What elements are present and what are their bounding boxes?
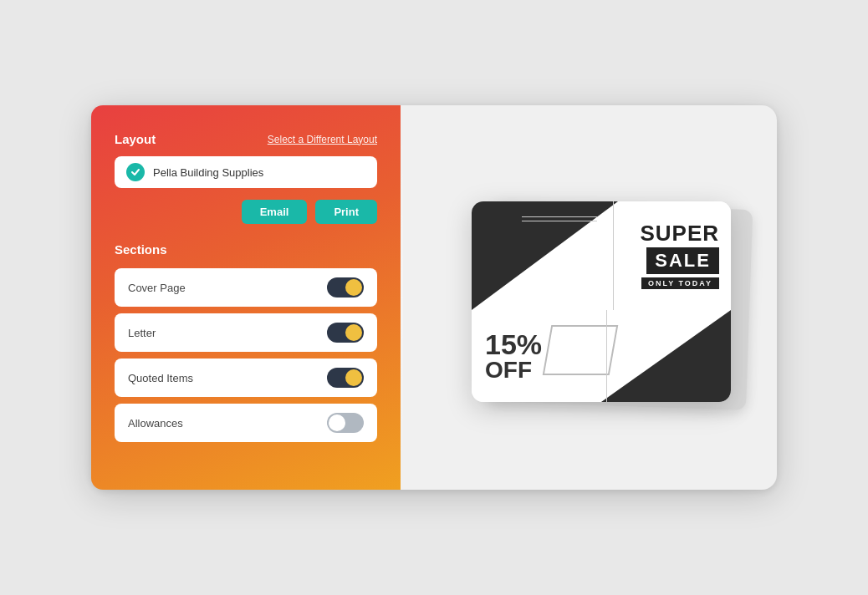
- layout-section-title: Layout: [115, 132, 156, 146]
- toggle-thumb-quoted-items: [345, 369, 362, 386]
- right-panel: SUPER SALE ONLY TODAY 15% OFF: [401, 105, 777, 490]
- flyer-line-2: [522, 221, 597, 221]
- email-button[interactable]: Email: [242, 200, 308, 224]
- toggle-thumb-cover-page: [345, 279, 362, 296]
- off-text: OFF: [485, 359, 542, 382]
- checkmark-icon: [126, 163, 145, 181]
- section-row-cover-page: Cover Page: [115, 268, 377, 307]
- section-label-cover-page: Cover Page: [128, 282, 186, 294]
- section-row-allowances: Allowances: [115, 404, 377, 442]
- section-label-letter: Letter: [128, 327, 156, 339]
- discount-percent: 15%: [485, 330, 542, 359]
- toggle-thumb-letter: [345, 324, 362, 341]
- selected-layout-text: Pella Building Supplies: [153, 166, 365, 179]
- main-card: Layout Select a Different Layout Pella B…: [91, 105, 777, 490]
- toggle-quoted-items[interactable]: [327, 368, 364, 388]
- only-today-badge: ONLY TODAY: [641, 277, 719, 289]
- toggle-thumb-allowances: [329, 414, 345, 431]
- section-label-allowances: Allowances: [128, 417, 183, 430]
- flyer-line-1: [522, 216, 597, 217]
- toggle-cover-page[interactable]: [327, 277, 364, 298]
- panel-divider: [401, 144, 403, 451]
- section-row-letter: Letter: [115, 313, 377, 352]
- discount-text-area: 15% OFF: [485, 330, 542, 382]
- left-panel: Layout Select a Different Layout Pella B…: [91, 105, 401, 490]
- print-button[interactable]: Print: [315, 200, 377, 224]
- layout-header: Layout Select a Different Layout: [115, 132, 377, 146]
- sale-badge: SALE: [646, 247, 719, 275]
- sections-title: Sections: [115, 242, 377, 257]
- flyer-bottom: 15% OFF: [472, 310, 731, 402]
- toggle-allowances[interactable]: [327, 413, 364, 433]
- flyer-vertical-line: [613, 201, 615, 310]
- flyer-text-area: SUPER SALE ONLY TODAY: [614, 201, 731, 310]
- sections-list: Cover Page Letter Quoted Items: [115, 268, 377, 449]
- super-text: SUPER: [640, 222, 719, 244]
- flyer-bottom-triangle-svg: [601, 310, 731, 402]
- section-row-quoted-items: Quoted Items: [115, 359, 377, 397]
- layout-input-row: Pella Building Supplies: [115, 156, 377, 188]
- toggle-letter[interactable]: [327, 323, 364, 343]
- section-label-quoted-items: Quoted Items: [128, 372, 193, 384]
- svg-marker-1: [601, 310, 731, 402]
- action-buttons: Email Print: [115, 200, 377, 224]
- flyer-line-group: [522, 216, 597, 225]
- preview-card: SUPER SALE ONLY TODAY 15% OFF: [472, 201, 731, 402]
- select-different-layout-link[interactable]: Select a Different Layout: [268, 134, 377, 145]
- flyer-bottom-vertical-line: [606, 310, 608, 402]
- flyer-top: SUPER SALE ONLY TODAY: [472, 201, 731, 310]
